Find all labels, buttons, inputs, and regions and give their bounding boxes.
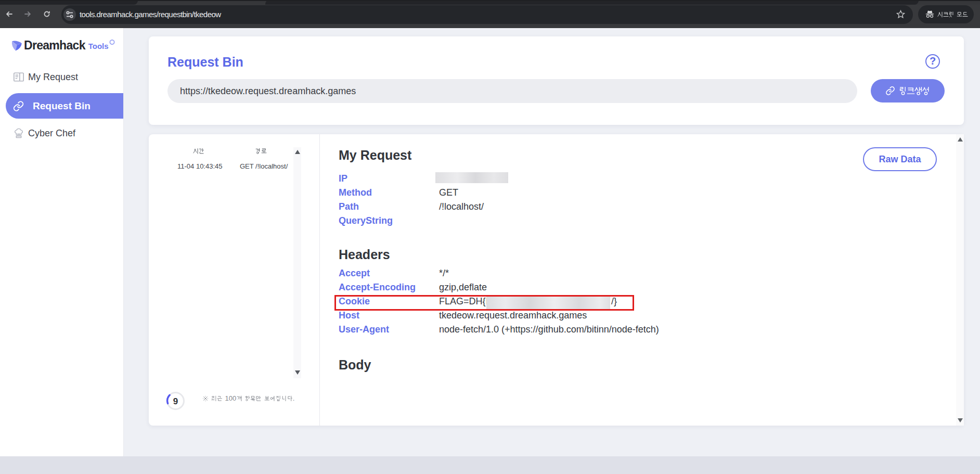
- svg-text:9: 9: [173, 396, 178, 406]
